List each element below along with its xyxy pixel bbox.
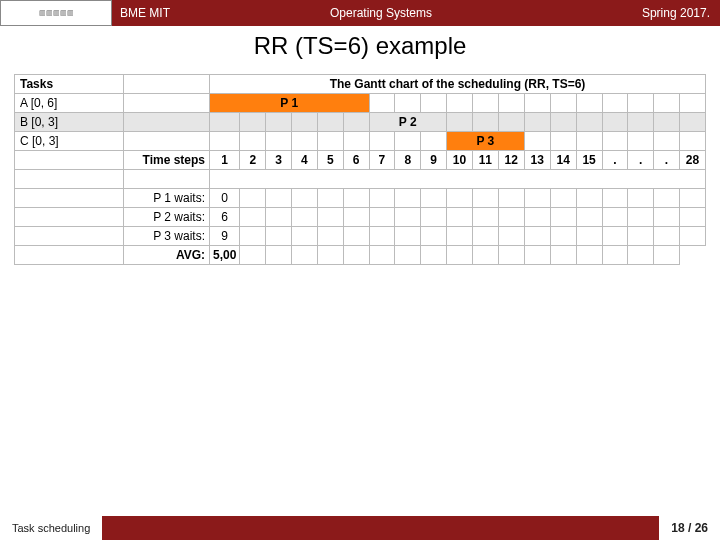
time-step: 11 [472, 151, 498, 170]
task-name: B [0, 3] [15, 113, 124, 132]
footer-page-number: 18 / 26 [659, 516, 720, 540]
blank-row [15, 170, 706, 189]
time-step: 8 [395, 151, 421, 170]
logo-box: ▥▥▥▥▥ [0, 0, 112, 26]
avg-label: AVG: [124, 246, 210, 265]
table-row: C [0, 3]P 3 [15, 132, 706, 151]
time-step: . [654, 151, 680, 170]
time-steps-row: Time steps 123456789101112131415...28 [15, 151, 706, 170]
time-step: 9 [421, 151, 447, 170]
wait-row: P 1 waits:0 [15, 189, 706, 208]
header-bar: ▥▥▥▥▥ BME MIT Operating Systems Spring 2… [0, 0, 720, 26]
time-step: 2 [240, 151, 266, 170]
wait-value: 0 [210, 189, 240, 208]
time-step: 10 [446, 151, 472, 170]
wait-label: P 3 waits: [124, 227, 210, 246]
slide-title: RR (TS=6) example [0, 32, 720, 60]
table-row: A [0, 6]P 1 [15, 94, 706, 113]
gantt-table: Tasks The Gantt chart of the scheduling … [14, 74, 706, 265]
university-logo-icon: ▥▥▥▥▥ [39, 9, 74, 17]
table-header-row: Tasks The Gantt chart of the scheduling … [15, 75, 706, 94]
gantt-chart: Tasks The Gantt chart of the scheduling … [14, 74, 706, 265]
header-org: BME MIT [120, 6, 300, 20]
task-name: A [0, 6] [15, 94, 124, 113]
time-step: 6 [343, 151, 369, 170]
time-steps-label: Time steps [124, 151, 210, 170]
footer-bar: Task scheduling 18 / 26 [0, 516, 720, 540]
time-step: 5 [317, 151, 343, 170]
spacer-header [124, 75, 210, 94]
time-step: 4 [292, 151, 318, 170]
time-step: 3 [266, 151, 292, 170]
time-step: 13 [524, 151, 550, 170]
time-step: . [602, 151, 628, 170]
time-step: 14 [550, 151, 576, 170]
avg-value: 5,00 [210, 246, 240, 265]
wait-value: 6 [210, 208, 240, 227]
table-row: B [0, 3]P 2 [15, 113, 706, 132]
time-step: 28 [679, 151, 705, 170]
footer-topic: Task scheduling [0, 516, 102, 540]
header-course: Operating Systems [300, 6, 642, 20]
task-name: C [0, 3] [15, 132, 124, 151]
header-term: Spring 2017. [642, 6, 710, 20]
gantt-bar: P 2 [369, 113, 446, 132]
wait-value: 9 [210, 227, 240, 246]
time-step: 12 [498, 151, 524, 170]
gantt-bar: P 3 [446, 132, 524, 151]
wait-label: P 1 waits: [124, 189, 210, 208]
wait-row: P 2 waits:6 [15, 208, 706, 227]
gantt-bar: P 1 [210, 94, 370, 113]
tasks-header: Tasks [15, 75, 124, 94]
time-step: . [628, 151, 654, 170]
chart-title: The Gantt chart of the scheduling (RR, T… [210, 75, 706, 94]
time-step: 15 [576, 151, 602, 170]
wait-row: P 3 waits:9 [15, 227, 706, 246]
wait-label: P 2 waits: [124, 208, 210, 227]
time-step: 7 [369, 151, 395, 170]
time-step: 1 [210, 151, 240, 170]
avg-row: AVG: 5,00 [15, 246, 706, 265]
